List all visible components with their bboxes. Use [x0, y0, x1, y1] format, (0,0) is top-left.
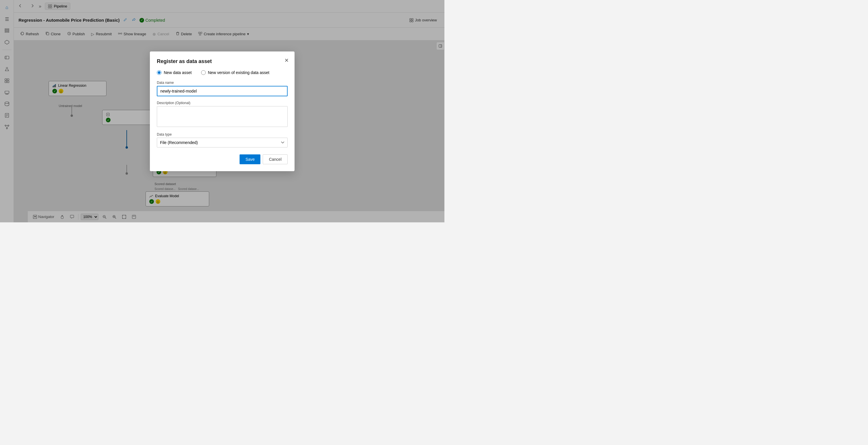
radio-new-asset-input[interactable]: [157, 70, 161, 75]
radio-options-row: New data asset New version of existing d…: [157, 70, 288, 75]
cancel-modal-button[interactable]: Cancel: [263, 154, 288, 164]
radio-new-asset[interactable]: New data asset: [157, 70, 192, 75]
radio-existing-asset[interactable]: New version of existing data asset: [201, 70, 269, 75]
close-icon: ✕: [284, 58, 289, 63]
description-label: Description (Optional): [157, 101, 288, 105]
data-type-select[interactable]: File (Recommended) Folder Table: [157, 138, 288, 148]
register-data-asset-modal: ✕ Register as data asset New data asset …: [150, 52, 294, 171]
data-type-label: Data type: [157, 132, 288, 136]
radio-new-asset-label: New data asset: [164, 70, 192, 75]
radio-existing-asset-label: New version of existing data asset: [208, 70, 269, 75]
description-textarea[interactable]: [157, 106, 288, 127]
modal-overlay[interactable]: ✕ Register as data asset New data asset …: [0, 0, 444, 222]
modal-close-button[interactable]: ✕: [283, 56, 290, 65]
data-name-label: Data name: [157, 81, 288, 85]
modal-footer: Save Cancel: [157, 154, 288, 164]
save-button[interactable]: Save: [240, 154, 260, 164]
modal-title: Register as data asset: [157, 58, 288, 64]
data-name-input[interactable]: [157, 86, 288, 96]
radio-existing-asset-input[interactable]: [201, 70, 206, 75]
